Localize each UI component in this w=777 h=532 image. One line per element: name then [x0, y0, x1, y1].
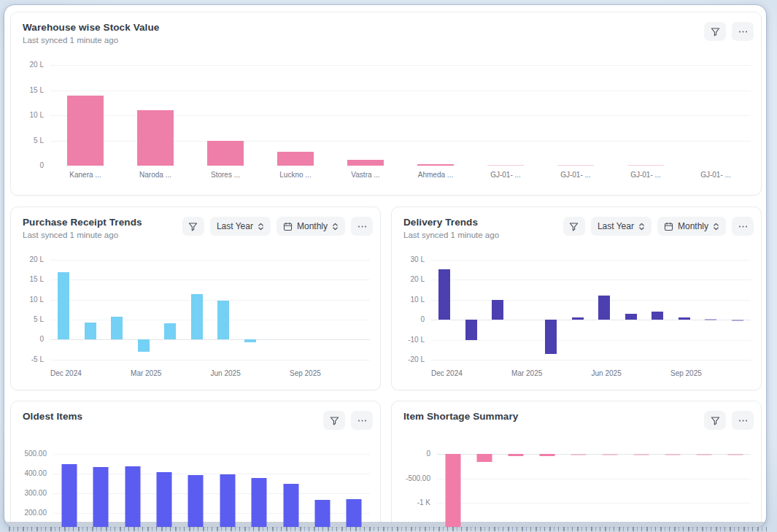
bar-slot [591, 255, 618, 364]
bar[interactable] [277, 152, 314, 166]
bar[interactable] [252, 478, 267, 527]
bar-slot [85, 442, 116, 527]
bar[interactable] [244, 339, 256, 342]
more-options-button[interactable] [732, 217, 754, 236]
x-tick-label: Sep 2025 [290, 369, 321, 377]
y-axis: 500.00400.00300.00200.00 [17, 442, 53, 527]
chart-body: 0-500.00-1 K-1.5 K [398, 442, 751, 527]
card-title-block: Oldest Items [23, 411, 82, 422]
bar[interactable] [487, 165, 524, 166]
filter-button[interactable] [563, 217, 585, 236]
more-options-button[interactable] [732, 22, 754, 41]
bar[interactable] [633, 454, 649, 455]
bar-slot [306, 442, 338, 527]
bar[interactable] [598, 296, 610, 320]
y-tick-label: 10 L [411, 296, 425, 304]
bar[interactable] [705, 319, 716, 320]
bar[interactable] [545, 320, 557, 354]
bar[interactable] [111, 317, 123, 340]
bar-slot [401, 58, 471, 166]
bar[interactable] [85, 323, 96, 340]
bar[interactable] [602, 454, 617, 455]
bar[interactable] [625, 314, 637, 320]
filter-button[interactable] [704, 411, 726, 430]
more-options-button[interactable] [351, 411, 373, 430]
bar[interactable] [732, 320, 743, 321]
frequency-select[interactable]: Monthly [277, 217, 345, 236]
more-options-button[interactable] [732, 411, 754, 430]
bar[interactable] [156, 472, 171, 527]
card-title: Warehouse wise Stock Value [23, 22, 159, 33]
bar[interactable] [665, 454, 680, 455]
bar[interactable] [652, 312, 663, 320]
y-tick-label: 300.00 [24, 489, 47, 497]
bar[interactable] [58, 272, 69, 340]
bar[interactable] [67, 96, 104, 166]
bar[interactable] [572, 317, 584, 320]
bar[interactable] [492, 300, 503, 320]
bar[interactable] [164, 323, 176, 339]
bar-slot [458, 255, 485, 364]
bar[interactable] [696, 454, 711, 455]
x-tick-label: GJ-01- ... [681, 171, 751, 179]
y-tick-label: 15 L [30, 275, 44, 283]
bar[interactable] [627, 165, 664, 166]
bar[interactable] [138, 339, 150, 351]
bar[interactable] [220, 474, 235, 527]
bar-slot [339, 442, 370, 527]
bar[interactable] [314, 500, 330, 527]
card-header: Item Shortage Summary [392, 401, 761, 430]
bar[interactable] [207, 141, 244, 166]
bar[interactable] [438, 269, 450, 320]
select-value: Last Year [217, 221, 253, 231]
x-tick-label [82, 369, 107, 377]
bar[interactable] [283, 484, 298, 527]
bar[interactable] [679, 317, 690, 320]
filter-button[interactable] [182, 217, 204, 236]
timespan-select[interactable]: Last Year [591, 217, 652, 236]
y-tick-label: -10 L [408, 336, 425, 344]
bar[interactable] [347, 160, 384, 166]
bar[interactable] [727, 454, 743, 455]
clipped-axis-labels-artifact [9, 527, 768, 531]
bar[interactable] [137, 110, 174, 166]
y-tick-label: -5 L [31, 355, 44, 363]
timespan-select[interactable]: Last Year [210, 217, 271, 236]
card-title-block: Item Shortage Summary [403, 411, 518, 422]
frequency-select[interactable]: Monthly [657, 217, 726, 236]
bar-slot [431, 255, 458, 364]
x-tick-label: Dec 2024 [50, 369, 82, 377]
bar[interactable] [217, 301, 229, 340]
bar[interactable] [61, 464, 77, 528]
filter-button[interactable] [323, 411, 345, 430]
bar[interactable] [508, 454, 523, 456]
select-value: Monthly [297, 221, 328, 231]
bar[interactable] [445, 454, 460, 527]
item-shortage-bar-chart: 0-500.00-1 K-1.5 K [398, 442, 751, 527]
x-tick-label: GJ-01- ... [471, 171, 541, 179]
bar[interactable] [476, 454, 492, 462]
x-tick-label [726, 369, 751, 377]
filter-button[interactable] [704, 22, 726, 41]
bar[interactable] [347, 499, 362, 527]
bar[interactable] [539, 454, 554, 456]
bar[interactable] [571, 454, 586, 455]
bar[interactable] [191, 294, 203, 340]
bar-slot [563, 442, 594, 527]
x-tick-label: Mar 2025 [131, 369, 161, 377]
bar[interactable] [557, 165, 594, 166]
y-axis: 0-500.00-1 K-1.5 K [398, 442, 437, 527]
chart-body: 30 L20 L10 L0-10 L-20 L Dec 2024Mar 2025… [398, 255, 751, 377]
more-options-button[interactable] [351, 217, 373, 236]
bar[interactable] [465, 320, 477, 340]
bar[interactable] [93, 467, 109, 527]
y-tick-label: 30 L [411, 255, 425, 263]
bar-slot [697, 255, 724, 364]
y-tick-label: -20 L [408, 355, 425, 363]
bar-slot [275, 442, 306, 527]
bar[interactable] [188, 475, 204, 527]
plot-wrap: Dec 2024Mar 2025Jun 2025Sep 2025 [431, 255, 751, 377]
bar[interactable] [125, 466, 140, 527]
bar[interactable] [417, 164, 454, 166]
ellipsis-icon [738, 26, 749, 37]
